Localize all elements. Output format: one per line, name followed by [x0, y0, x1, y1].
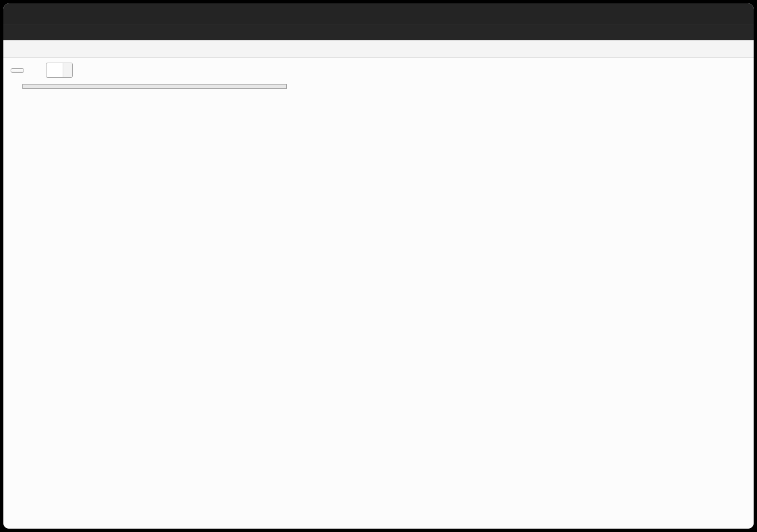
memory-consumption-chart[interactable] — [20, 82, 712, 488]
stacked-diagrams-spinbox[interactable] — [46, 63, 73, 78]
heaptrack-window — [3, 3, 754, 529]
spin-up-icon[interactable] — [63, 63, 72, 70]
titlebar — [3, 3, 754, 25]
y-axis-labels — [712, 82, 754, 483]
export-as-button[interactable] — [11, 68, 24, 73]
menubar — [3, 25, 754, 40]
tab-bar — [3, 40, 754, 58]
toolbar — [3, 58, 754, 82]
stacked-diagrams-value[interactable] — [46, 63, 63, 77]
chart-legend — [22, 84, 287, 89]
stacked-diagrams-control — [42, 63, 73, 78]
consumed-chart-area[interactable] — [3, 82, 754, 529]
spinbox-arrows — [63, 63, 72, 77]
spin-down-icon[interactable] — [63, 70, 72, 78]
